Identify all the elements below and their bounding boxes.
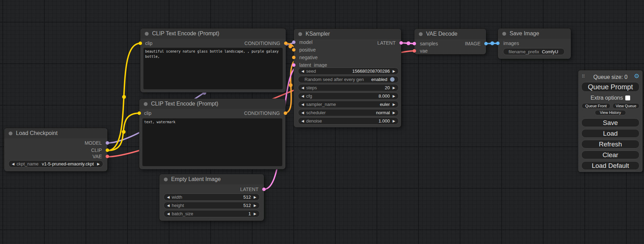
node-load-checkpoint[interactable]: Load Checkpoint MODEL CLIP VAE ◀ ckpt_na…	[4, 128, 107, 171]
input-port-model[interactable]	[292, 40, 295, 44]
scheduler-widget[interactable]: ◀ scheduler normal ▶	[298, 109, 399, 116]
input-port-clip[interactable]	[138, 111, 141, 115]
clear-button[interactable]: Clear	[581, 151, 639, 159]
width-widget[interactable]: ◀ width 512 ▶	[164, 193, 260, 201]
widget-label: cfg	[306, 93, 312, 99]
node-title: Save Image	[498, 28, 571, 39]
queue-prompt-button[interactable]: Queue Prompt	[581, 82, 639, 92]
prompt-text-negative[interactable]: text, watermark	[142, 118, 282, 166]
collapse-dot-icon[interactable]	[502, 32, 506, 36]
prev-value-icon[interactable]: ◀	[12, 160, 15, 168]
link-dot	[289, 83, 293, 87]
output-label-clip: CLIP	[91, 147, 102, 154]
increment-icon[interactable]: ▶	[254, 202, 256, 209]
widget-value: v1-5-pruned-emaonly.ckpt	[41, 161, 94, 166]
increment-icon[interactable]: ▶	[392, 92, 395, 100]
output-port-vae[interactable]	[106, 155, 109, 158]
input-label-vae: vae	[420, 47, 428, 54]
prev-value-icon[interactable]: ◀	[301, 101, 304, 108]
collapse-dot-icon[interactable]	[9, 132, 12, 135]
input-port-positive[interactable]	[292, 48, 295, 52]
collapse-dot-icon[interactable]	[144, 102, 148, 106]
output-port-conditioning[interactable]	[284, 42, 288, 45]
widget-value: 1.000	[325, 118, 390, 124]
refresh-button[interactable]: Refresh	[581, 140, 639, 148]
input-label-model: model	[299, 39, 312, 46]
next-value-icon[interactable]: ▶	[97, 160, 100, 168]
prev-value-icon[interactable]: ◀	[301, 109, 304, 116]
node-clip-text-encode-negative[interactable]: CLIP Text Encode (Prompt) clip CONDITION…	[139, 99, 285, 169]
decrement-icon[interactable]: ◀	[301, 67, 304, 75]
widget-value: normal	[328, 110, 390, 115]
node-save-image[interactable]: Save Image images filename_prefix ComfyU…	[498, 28, 571, 59]
decrement-icon[interactable]: ◀	[301, 92, 304, 100]
collapse-dot-icon[interactable]	[419, 32, 423, 36]
collapse-dot-icon[interactable]	[145, 32, 149, 36]
gear-icon[interactable]: ⚙	[634, 73, 639, 79]
collapse-dot-icon[interactable]	[164, 178, 168, 181]
queue-panel: ⠿ Queue size: 0 ⚙ Queue Prompt Extra opt…	[578, 70, 643, 172]
output-port-image[interactable]	[484, 42, 488, 45]
increment-icon[interactable]: ▶	[254, 210, 256, 217]
output-label-conditioning: CONDITIONING	[245, 40, 280, 47]
decrement-icon[interactable]: ◀	[167, 210, 170, 217]
widget-label: sampler_name	[306, 102, 336, 107]
collapse-dot-icon[interactable]	[298, 32, 302, 36]
input-port-samples[interactable]	[413, 42, 416, 45]
next-value-icon[interactable]: ▶	[392, 101, 395, 108]
decrement-icon[interactable]: ◀	[301, 84, 304, 91]
node-title: Load Checkpoint	[4, 128, 107, 138]
save-button[interactable]: Save	[581, 118, 639, 127]
increment-icon[interactable]: ▶	[392, 84, 395, 91]
sampler-name-widget[interactable]: ◀ sampler_name euler ▶	[298, 101, 399, 108]
canvas[interactable]: Load Checkpoint MODEL CLIP VAE ◀ ckpt_na…	[0, 0, 644, 244]
random-seed-widget[interactable]: Random seed after every gen enabled	[298, 76, 399, 83]
load-default-button[interactable]: Load Default	[581, 161, 639, 170]
ckpt-name-widget[interactable]: ◀ ckpt_name v1-5-pruned-emaonly.ckpt ▶	[8, 160, 103, 168]
widget-value: ComfyUI	[542, 49, 558, 54]
decrement-icon[interactable]: ◀	[167, 202, 170, 209]
output-port-clip[interactable]	[106, 148, 109, 152]
input-port-images[interactable]	[496, 42, 500, 45]
queue-front-button[interactable]: Queue Front	[582, 103, 610, 109]
widget-value: 156680208700286	[319, 69, 390, 74]
input-port-clip[interactable]	[139, 42, 142, 45]
increment-icon[interactable]: ▶	[392, 67, 395, 75]
prompt-text-positive[interactable]: beautiful scenery nature glass bottle la…	[143, 48, 283, 89]
height-widget[interactable]: ◀ height 512 ▶	[164, 202, 260, 209]
filename-prefix-widget[interactable]: filename_prefix ComfyUI	[503, 48, 565, 55]
extra-options-checkbox[interactable]	[625, 96, 630, 100]
output-port-conditioning[interactable]	[284, 111, 287, 115]
link-dot	[122, 130, 126, 134]
denoise-widget[interactable]: ◀ denoise 1.000 ▶	[298, 117, 399, 125]
next-value-icon[interactable]: ▶	[392, 109, 395, 116]
cfg-widget[interactable]: ◀ cfg 8.000 ▶	[298, 92, 399, 100]
decrement-icon[interactable]: ◀	[301, 117, 304, 125]
increment-icon[interactable]: ▶	[254, 193, 256, 201]
input-port-vae[interactable]	[413, 49, 416, 53]
widget-label: ckpt_name	[17, 161, 39, 166]
output-port-latent[interactable]	[399, 41, 403, 45]
node-vae-decode[interactable]: VAE Decode samples vae IMAGE	[414, 29, 486, 54]
input-label-clip: clip	[144, 110, 151, 117]
widget-label: steps	[306, 85, 317, 90]
node-clip-text-encode-positive[interactable]: CLIP Text Encode (Prompt) clip CONDITION…	[140, 28, 286, 92]
output-port-model[interactable]	[106, 141, 109, 145]
load-button[interactable]: Load	[581, 129, 639, 138]
steps-widget[interactable]: ◀ steps 20 ▶	[298, 84, 399, 91]
input-label-images: images	[503, 40, 519, 47]
seed-widget[interactable]: ◀ seed 156680208700286 ▶	[298, 67, 399, 75]
input-port-negative[interactable]	[292, 56, 295, 59]
node-empty-latent-image[interactable]: Empty Latent Image LATENT ◀ width 512 ▶ …	[159, 174, 264, 221]
node-ksampler[interactable]: KSampler model positive negative latent_…	[294, 29, 401, 127]
toggle-on-icon[interactable]	[390, 77, 395, 82]
output-label-conditioning: CONDITIONING	[244, 110, 280, 117]
increment-icon[interactable]: ▶	[392, 117, 395, 125]
decrement-icon[interactable]: ◀	[167, 193, 170, 201]
input-port-latent-image[interactable]	[292, 63, 295, 67]
view-history-button[interactable]: View History	[595, 110, 626, 115]
widget-label: batch_size	[172, 211, 193, 216]
output-port-latent[interactable]	[262, 188, 266, 191]
view-queue-button[interactable]: View Queue	[612, 103, 639, 109]
batch-size-widget[interactable]: ◀ batch_size 1 ▶	[164, 210, 260, 217]
